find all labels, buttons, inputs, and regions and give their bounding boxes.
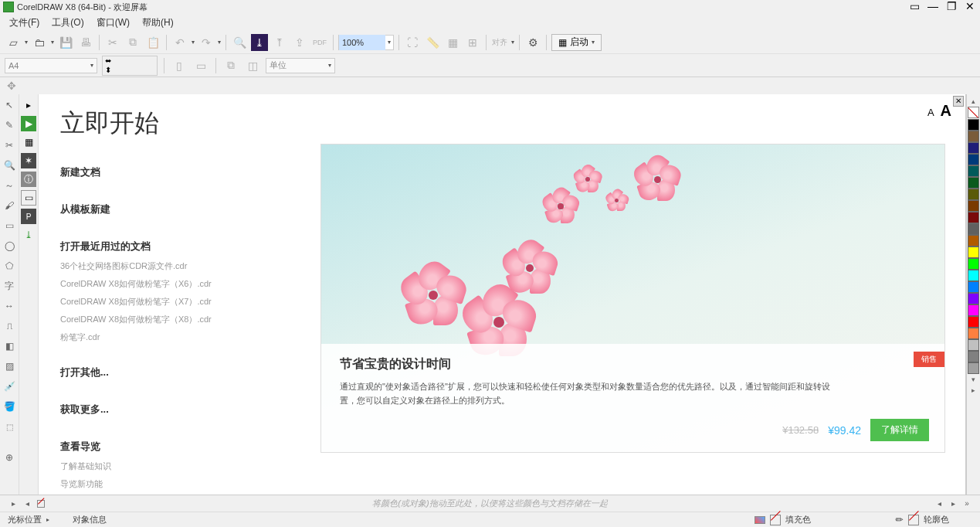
publish-button[interactable]: ⇪ — [291, 34, 308, 51]
all-pages-button[interactable]: ⧉ — [222, 57, 239, 74]
rulers-button[interactable]: 📏 — [424, 34, 441, 51]
tour-basics[interactable]: 了解基础知识 — [60, 460, 261, 473]
customize-toolbox[interactable]: ⊕ — [2, 450, 17, 465]
color-swatch[interactable] — [968, 119, 979, 131]
color-swatch[interactable] — [968, 212, 979, 223]
pdf-button[interactable]: PDF — [311, 34, 328, 51]
color-swatch[interactable] — [968, 351, 979, 362]
snap-button[interactable]: 对齐 — [491, 34, 508, 51]
units-combo[interactable]: 单位▾ — [266, 58, 335, 73]
fullscreen-button[interactable]: ⛶ — [404, 34, 421, 51]
color-swatch[interactable] — [968, 142, 979, 154]
color-swatch[interactable] — [968, 316, 979, 328]
launch-button[interactable]: ▦ 启动 ▾ — [551, 34, 602, 51]
snap-dropdown[interactable]: ▾ — [511, 39, 514, 46]
menu-window[interactable]: 窗口(W) — [92, 15, 134, 31]
color-swatch[interactable] — [968, 165, 979, 177]
color-swatch[interactable] — [968, 177, 979, 189]
color-swatch[interactable] — [968, 362, 979, 374]
nav-right[interactable]: ▸ — [948, 498, 958, 509]
color-swatch[interactable] — [968, 281, 979, 293]
recent-file[interactable]: CorelDRAW X8如何做粉笔字（X7）.cdr — [60, 295, 261, 308]
no-color-swatch[interactable] — [968, 107, 979, 118]
color-swatch[interactable] — [968, 270, 979, 281]
options-button[interactable]: ⚙ — [524, 34, 541, 51]
zoom-combo[interactable]: ▾ — [338, 35, 394, 50]
nav-left[interactable]: ◂ — [934, 498, 944, 509]
text-tool[interactable]: 字 — [2, 278, 17, 294]
shape-tool[interactable]: ✎ — [2, 117, 17, 133]
nav-flyout[interactable]: » — [961, 498, 972, 509]
recent-file[interactable]: 36个社交网络图标CDR源文件.cdr — [60, 260, 261, 273]
redo-dropdown[interactable]: ▾ — [218, 39, 221, 46]
docker-symbols[interactable]: ✶ — [21, 153, 36, 168]
tablet-mode-icon[interactable]: ▭ — [907, 2, 921, 12]
color-swatch[interactable] — [968, 154, 979, 165]
dropshadow-tool[interactable]: ◧ — [2, 338, 17, 354]
color-swatch[interactable] — [968, 235, 979, 246]
artistic-tool[interactable]: 🖌 — [2, 198, 17, 213]
polygon-tool[interactable]: ⬠ — [2, 258, 17, 274]
nav-prev[interactable]: ▸ — [8, 498, 19, 509]
paste-button[interactable]: 📋 — [144, 34, 161, 51]
open-button[interactable]: 🗀 — [31, 34, 48, 51]
freehand-tool[interactable]: ～ — [2, 178, 17, 193]
nav-menu[interactable]: ◂ — [22, 498, 32, 509]
palette-up[interactable]: ▴ — [972, 96, 975, 107]
docker-pages[interactable]: P — [21, 209, 36, 224]
cut-button[interactable]: ✂ — [104, 34, 121, 51]
grid-button[interactable]: ▦ — [444, 34, 461, 51]
color-swatch[interactable] — [968, 293, 979, 304]
dimension-tool[interactable]: ↔ — [2, 298, 17, 314]
zoom-dropdown[interactable]: ▾ — [385, 39, 393, 46]
transparency-tool[interactable]: ▨ — [2, 359, 17, 374]
export-button[interactable]: ⤒ — [271, 34, 288, 51]
link-get-more[interactable]: 获取更多... — [60, 401, 261, 418]
menu-help[interactable]: 帮助(H) — [137, 15, 178, 31]
color-swatch[interactable] — [968, 339, 979, 351]
color-swatch[interactable] — [968, 189, 979, 200]
portrait-button[interactable]: ▯ — [171, 57, 188, 74]
redo-button[interactable]: ↷ — [198, 34, 215, 51]
font-size-large[interactable]: A — [941, 102, 951, 120]
new-button[interactable]: ▱ — [5, 34, 22, 51]
import-button[interactable]: ⤓ — [251, 34, 268, 51]
print-button[interactable]: 🖶 — [77, 34, 94, 51]
docker-views[interactable]: ▭ — [21, 190, 36, 206]
docker-object-styles[interactable]: ▦ — [21, 134, 36, 150]
docker-properties[interactable]: ⓘ — [21, 172, 36, 187]
eyedropper-tool[interactable]: 💉 — [2, 379, 17, 394]
zoom-tool[interactable]: 🔍 — [2, 158, 17, 173]
guides-button[interactable]: ⊞ — [464, 34, 481, 51]
outline-indicator[interactable]: ✎ 轮廓色 — [896, 514, 949, 525]
docker-download[interactable]: ⤓ — [21, 227, 36, 243]
new-dropdown[interactable]: ▾ — [25, 39, 28, 46]
menu-tools[interactable]: 工具(O) — [47, 15, 88, 31]
color-swatch[interactable] — [968, 131, 979, 142]
link-new-document[interactable]: 新建文档 — [60, 164, 261, 181]
color-swatch[interactable] — [968, 328, 979, 339]
palette-down[interactable]: ▾ — [972, 374, 975, 385]
font-size-small[interactable]: A — [927, 107, 934, 118]
recent-file[interactable]: 粉笔字.cdr — [60, 331, 261, 344]
launch-dropdown[interactable]: ▾ — [592, 39, 595, 46]
page-dimensions[interactable]: ⬌ ⬍ — [102, 56, 158, 76]
link-from-template[interactable]: 从模板新建 — [60, 201, 261, 218]
recent-file[interactable]: CorelDRAW X8如何做粉笔字（X6）.cdr — [60, 277, 261, 291]
color-swatch[interactable] — [968, 304, 979, 316]
close-button[interactable]: ✕ — [963, 2, 977, 12]
open-dropdown[interactable]: ▾ — [51, 39, 54, 46]
learn-more-button[interactable]: 了解详情 — [870, 419, 929, 441]
welcome-close-button[interactable]: ✕ — [953, 96, 964, 107]
connector-tool[interactable]: ⎍ — [2, 318, 17, 334]
fill-tool[interactable]: 🪣 — [2, 399, 17, 414]
nav-none[interactable] — [36, 498, 46, 509]
pagesize-combo[interactable]: A4▾ — [5, 58, 97, 73]
ellipse-tool[interactable]: ◯ — [2, 238, 17, 253]
palette-flyout[interactable]: ▸ — [972, 385, 975, 396]
color-swatch[interactable] — [968, 258, 979, 270]
smartfill-tool[interactable]: ⬚ — [2, 419, 17, 434]
fill-indicator[interactable]: 填充色 — [754, 514, 811, 525]
maximize-button[interactable]: ❐ — [944, 2, 958, 12]
color-swatch[interactable] — [968, 200, 979, 212]
